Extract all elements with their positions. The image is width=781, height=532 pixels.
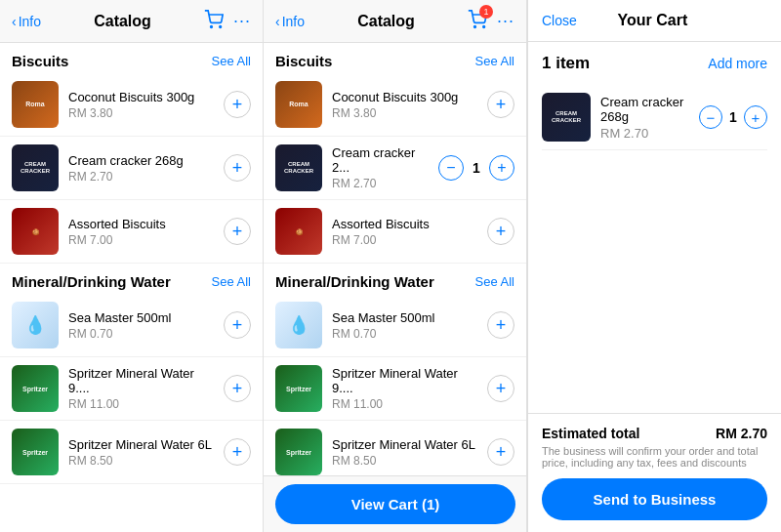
estimated-price: RM 2.70 [716, 426, 767, 441]
svg-point-3 [483, 25, 485, 27]
panel2-water-see-all[interactable]: See All [475, 274, 514, 289]
panel1-water-3-add[interactable]: + [224, 438, 251, 466]
panel2-cart-icon[interactable]: 1 [468, 10, 487, 33]
cart-item-stepper: − 1 + [699, 105, 767, 129]
panel1-back[interactable]: ‹ Info [12, 14, 41, 29]
panel1-biscuit-1-price: RM 3.80 [68, 106, 214, 120]
svg-point-1 [220, 25, 222, 27]
panel2-biscuit-1: Roma Coconut Biscuits 300g RM 3.80 + [264, 73, 526, 137]
chevron-left-icon: ‹ [12, 14, 17, 29]
panel2-water-3-price: RM 8.50 [332, 454, 477, 468]
panel1-biscuit-3-price: RM 7.00 [68, 233, 214, 247]
panel-catalog-2: ‹ Info Catalog 1 ··· Biscuits See All Ro… [264, 0, 527, 532]
panel1-biscuit-2-info: Cream cracker 268g RM 2.70 [68, 153, 214, 184]
panel1-more-icon[interactable]: ··· [233, 11, 251, 31]
panel1-biscuit-1-info: Coconut Biscuits 300g RM 3.80 [68, 90, 214, 120]
panel2-more-icon[interactable]: ··· [497, 11, 514, 31]
panel1-water-2-price: RM 11.00 [68, 397, 214, 411]
panel2-water-3: Spritzer Spritzer Mineral Water 6L RM 8.… [264, 421, 526, 477]
panel1-water-3-price: RM 8.50 [68, 454, 214, 468]
send-to-business-button[interactable]: Send to Business [542, 478, 767, 520]
panel2-water-2-add[interactable]: + [487, 375, 514, 402]
panel1-content: Biscuits See All Roma Coconut Biscuits 3… [0, 43, 263, 485]
panel2-biscuit-1-thumb: Roma [275, 81, 322, 128]
panel1-biscuit-3-name: Assorted Biscuits [68, 217, 214, 231]
panel1-water-3-info: Spritzer Mineral Water 6L RM 8.50 [68, 437, 214, 468]
estimated-note: The business will confirm your order and… [542, 445, 767, 469]
cart-item-decrement[interactable]: − [699, 105, 722, 129]
panel2-biscuit-3: 🍪 Assorted Biscuits RM 7.00 + [264, 200, 526, 264]
panel2-biscuit-2-stepper: − 1 + [438, 155, 514, 181]
cart-item-qty: 1 [726, 109, 740, 125]
panel1-water-3-thumb: Spritzer [12, 429, 59, 475]
panel1-water-2-add[interactable]: + [224, 375, 251, 402]
panel2-water-3-thumb: Spritzer [275, 429, 322, 475]
panel2-back[interactable]: ‹ Info [275, 14, 305, 29]
cart-item-count: 1 item [542, 54, 590, 73]
panel1-biscuits-title: Biscuits [12, 53, 68, 69]
svg-point-0 [211, 25, 213, 27]
cart-item-info: Cream cracker 268g RM 2.70 [600, 95, 689, 141]
panel2-water-1-info: Sea Master 500ml RM 0.70 [332, 310, 477, 341]
cart-panel: Close Your Cart 1 item Add more CREAMCRA… [527, 0, 781, 532]
panel1-water-1-info: Sea Master 500ml RM 0.70 [68, 310, 214, 341]
cart-add-more[interactable]: Add more [708, 56, 767, 71]
panel-catalog-1: ‹ Info Catalog ··· Biscuits See All Roma [0, 0, 264, 532]
panel2-water-1-add[interactable]: + [487, 311, 514, 339]
panel1-biscuit-3-add[interactable]: + [224, 218, 251, 245]
panel2-water-2-price: RM 11.00 [332, 397, 477, 411]
panel2-biscuits-title: Biscuits [275, 53, 332, 69]
panel1-header: ‹ Info Catalog ··· [0, 0, 263, 43]
panel2-bottom-bar: View Cart (1) [264, 475, 527, 532]
panel1-biscuit-3-thumb: 🍪 [12, 208, 59, 255]
panel2-water-1: 💧 Sea Master 500ml RM 0.70 + [264, 294, 526, 357]
panel2-biscuits-see-all[interactable]: See All [475, 54, 514, 68]
panel2-water-2: Spritzer Spritzer Mineral Water 9.... RM… [264, 357, 526, 421]
panel1-biscuit-3: 🍪 Assorted Biscuits RM 7.00 + [0, 200, 263, 264]
cart-footer: Estimated total RM 2.70 The business wil… [528, 413, 781, 532]
panel1-water-1: 💧 Sea Master 500ml RM 0.70 + [0, 294, 263, 357]
panel2-water-3-add[interactable]: + [487, 438, 514, 466]
panel1-biscuits-see-all[interactable]: See All [212, 54, 251, 68]
panel1-water-1-thumb: 💧 [12, 302, 59, 348]
panel2-content: Biscuits See All Roma Coconut Biscuits 3… [264, 43, 526, 477]
panel2-biscuit-1-info: Coconut Biscuits 300g RM 3.80 [332, 90, 477, 120]
panel2-water-1-name: Sea Master 500ml [332, 310, 477, 325]
panel1-cart-icon[interactable] [204, 10, 224, 33]
panel1-water-title: Mineral/Drinking Water [12, 273, 171, 290]
panel1-water-1-add[interactable]: + [224, 311, 251, 339]
panel1-biscuits-header: Biscuits See All [0, 43, 263, 73]
cart-item-price: RM 2.70 [600, 126, 689, 141]
panel1-water-3: Spritzer Spritzer Mineral Water 6L RM 8.… [0, 421, 263, 484]
panel1-title: Catalog [41, 13, 204, 30]
panel1-water-2-thumb: Spritzer [12, 365, 59, 412]
cart-body: 1 item Add more CREAMCRACKER Cream crack… [528, 42, 781, 413]
panel2-biscuit-1-price: RM 3.80 [332, 106, 477, 120]
panel2-biscuit-2-increment[interactable]: + [489, 155, 514, 181]
panel2-water-header: Mineral/Drinking Water See All [264, 264, 526, 294]
view-cart-button[interactable]: View Cart (1) [275, 484, 515, 524]
cart-close-button[interactable]: Close [542, 13, 577, 28]
panel2-biscuit-2: CREAMCRACKER Cream cracker 2... RM 2.70 … [264, 137, 526, 200]
panel1-biscuit-1-name: Coconut Biscuits 300g [68, 90, 214, 104]
panel1-biscuit-1-add[interactable]: + [224, 91, 251, 118]
panel2-biscuit-1-add[interactable]: + [487, 91, 514, 118]
panel2-back-label: Info [282, 14, 305, 29]
panel2-header-right: 1 ··· [468, 10, 514, 33]
panel1-water-see-all[interactable]: See All [212, 274, 251, 289]
panel1-header-right: ··· [204, 10, 251, 33]
panel2-biscuit-3-thumb: 🍪 [275, 208, 322, 255]
panel2-water-3-name: Spritzer Mineral Water 6L [332, 437, 477, 452]
panel2-biscuit-2-name: Cream cracker 2... [332, 145, 429, 175]
panel2-biscuit-2-thumb: CREAMCRACKER [275, 144, 322, 191]
panel1-biscuit-2-add[interactable]: + [224, 154, 251, 182]
panel2-water-2-info: Spritzer Mineral Water 9.... RM 11.00 [332, 366, 477, 411]
panel2-water-1-thumb: 💧 [275, 302, 322, 348]
panel1-biscuit-2-price: RM 2.70 [68, 170, 214, 184]
cart-item-increment[interactable]: + [744, 105, 767, 129]
chevron-left-icon-2: ‹ [275, 14, 280, 29]
panel2-biscuit-3-add[interactable]: + [487, 218, 514, 245]
panel1-biscuit-3-info: Assorted Biscuits RM 7.00 [68, 217, 214, 247]
panel2-biscuit-2-decrement[interactable]: − [438, 155, 464, 181]
panel1-water-2-name: Spritzer Mineral Water 9.... [68, 366, 214, 395]
